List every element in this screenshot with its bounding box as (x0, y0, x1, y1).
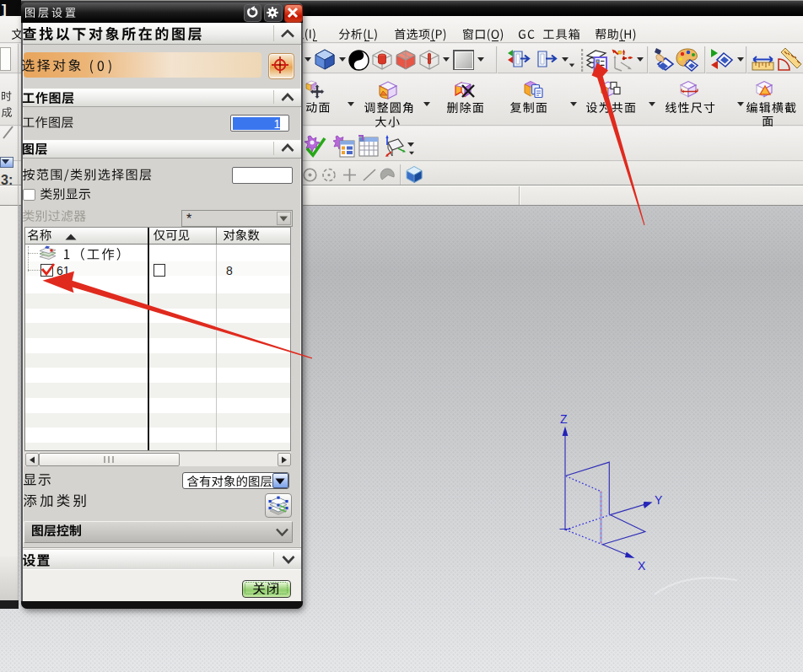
svg-text:X: X (638, 559, 646, 573)
svg-text:Z: Z (560, 412, 568, 426)
svg-text:Y: Y (655, 493, 663, 507)
